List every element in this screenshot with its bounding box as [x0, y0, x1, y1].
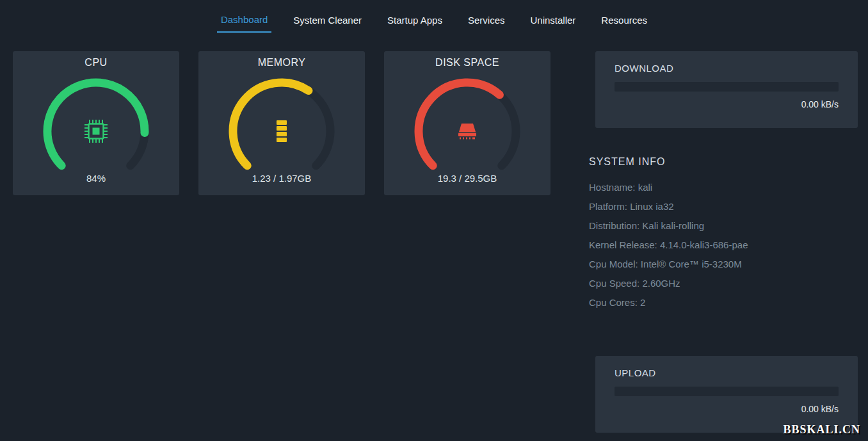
cpu-gauge-card: CPU 84%	[13, 51, 179, 195]
upload-card: UPLOAD 0.00 kB/s	[595, 356, 858, 433]
memory-gauge-title: MEMORY	[198, 57, 365, 68]
top-navigation: Dashboard System Cleaner Startup Apps Se…	[0, 0, 868, 42]
disk-gauge-value: 19.3 / 29.5GB	[384, 173, 551, 184]
memory-gauge-card: MEMORY 1.23 / 1.97GB	[198, 51, 365, 195]
nav-tab-resources[interactable]: Resources	[597, 11, 651, 32]
disk-icon	[454, 118, 480, 144]
cpu-gauge-value: 84%	[13, 173, 179, 184]
system-info-title: SYSTEM INFO	[589, 156, 858, 168]
memory-icon	[269, 118, 294, 144]
download-progress-bar	[615, 82, 839, 92]
system-info-distribution: Distribution: Kali kali-rolling	[589, 216, 858, 236]
gauge-cards-row: CPU 84% MEMORY 1.23 / 1.97GB DISK SPACE	[13, 51, 551, 195]
watermark: BBSKALI.CN	[783, 423, 860, 437]
upload-title: UPLOAD	[615, 367, 839, 378]
cpu-gauge-title: CPU	[13, 57, 179, 68]
download-title: DOWNLOAD	[615, 63, 839, 74]
nav-tab-uninstaller[interactable]: Uninstaller	[526, 11, 579, 32]
memory-gauge-value: 1.23 / 1.97GB	[198, 173, 365, 184]
system-info-platform: Platform: Linux ia32	[589, 197, 858, 216]
download-rate: 0.00 kB/s	[615, 99, 839, 109]
cpu-icon	[83, 118, 109, 144]
system-info-cpu-model: Cpu Model: Intel® Core™ i5-3230M	[589, 255, 858, 274]
upload-rate: 0.00 kB/s	[615, 404, 839, 414]
disk-gauge-title: DISK SPACE	[384, 57, 551, 68]
nav-tab-system-cleaner[interactable]: System Cleaner	[289, 11, 366, 32]
upload-progress-bar	[615, 387, 839, 396]
system-info-kernel-release: Kernel Release: 4.14.0-kali3-686-pae	[589, 236, 858, 255]
nav-tab-dashboard[interactable]: Dashboard	[217, 10, 271, 33]
system-info-list: Hostname: kali Platform: Linux ia32 Dist…	[589, 178, 858, 312]
nav-tab-startup-apps[interactable]: Startup Apps	[383, 11, 446, 32]
system-info-cpu-cores: Cpu Cores: 2	[589, 293, 858, 312]
system-info-section: SYSTEM INFO Hostname: kali Platform: Lin…	[589, 156, 858, 312]
disk-gauge-card: DISK SPACE 19.3 / 29.5GB	[384, 51, 551, 195]
download-card: DOWNLOAD 0.00 kB/s	[595, 51, 858, 128]
nav-tab-services[interactable]: Services	[464, 11, 509, 32]
system-info-cpu-speed: Cpu Speed: 2.60GHz	[589, 274, 858, 293]
system-info-hostname: Hostname: kali	[589, 178, 858, 197]
